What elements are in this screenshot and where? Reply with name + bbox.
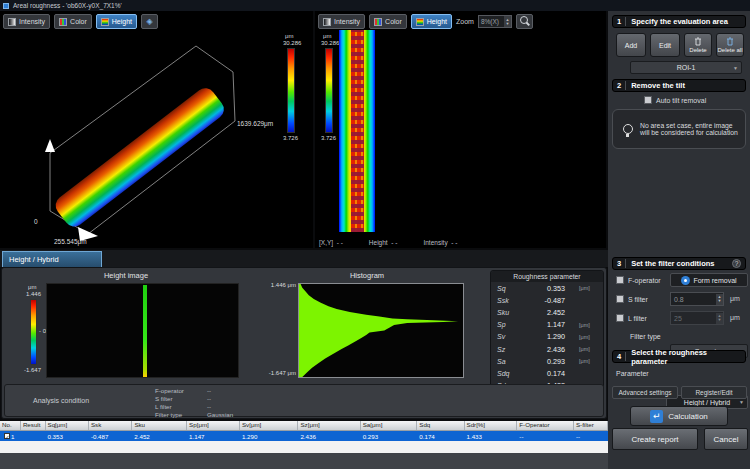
surface-3d-view[interactable]: 1639.629μm 0 255.545μm [0, 31, 280, 246]
results-table-row[interactable]: ✓10.353-0.4872.4521.1471.2902.4360.2930.… [0, 431, 608, 441]
tilt-info-box: No area set case, entire image will be c… [612, 109, 746, 149]
hi-scale-max: 1.446 [26, 291, 41, 298]
hi-scale-min: -1.647 [24, 367, 41, 374]
result-cell: 1.147 [187, 433, 240, 440]
height-image-plot[interactable] [46, 283, 239, 378]
s-filter-unit: μm [730, 295, 740, 302]
app-window: Areal roughness - 'ob60X-y0X_7X1%' Inten… [0, 0, 750, 469]
viewer-2d-panel[interactable]: Intensity Color Height Zoom 8%(X) ▲▼ μm … [315, 11, 606, 248]
column-header[interactable]: S-filter [574, 421, 608, 430]
checkbox-box [616, 314, 624, 322]
delete-roi-button[interactable]: Delete [684, 33, 712, 57]
scale3d-unit: μm [285, 33, 293, 40]
column-header[interactable]: Sq[μm] [46, 421, 89, 430]
height-button[interactable]: Height [96, 14, 137, 29]
zoom-select[interactable]: 8%(X) ▲▼ [478, 15, 512, 28]
column-header[interactable]: Sz[μm] [298, 421, 360, 430]
hi-scale-mid: - 0 [39, 328, 46, 335]
auto-tilt-removal-checkbox[interactable]: Auto tilt removal [644, 96, 706, 104]
register-edit-button[interactable]: Register/Edit [681, 386, 747, 399]
column-header[interactable]: Sdq [417, 421, 464, 430]
app-icon [3, 3, 9, 9]
result-cell: -0.487 [89, 433, 132, 440]
histogram-chart [299, 284, 463, 377]
zoom-spinner[interactable]: ▲▼ [504, 16, 511, 27]
width-axis-label: 255.545μm [54, 238, 87, 246]
height-image-sample-stripe [143, 285, 147, 377]
condition-value: -- [207, 403, 211, 410]
magnifier-icon [520, 16, 528, 24]
analysis-condition-row: L filter-- [155, 402, 233, 410]
s-filter-spinner[interactable]: ▲▼ [716, 294, 723, 305]
result-cell: 0.353 [45, 433, 88, 440]
intensity-button[interactable]: Intensity [3, 14, 50, 29]
row-checkbox[interactable]: ✓ [4, 433, 10, 439]
z-axis-arrow [45, 139, 55, 152]
edit-roi-button[interactable]: Edit [650, 33, 680, 57]
window-title: Areal roughness - 'ob60X-y0X_7X1%' [13, 2, 122, 9]
viewer-3d-panel[interactable]: Intensity Color Height ◈ [0, 11, 313, 248]
viewer-3d-toolbar: Intensity Color Height ◈ [3, 14, 158, 29]
l-filter-input[interactable]: 25 ▲▼ [670, 311, 724, 325]
column-header[interactable]: F-Operator [517, 421, 574, 430]
form-removal-button[interactable]: Form removal [670, 273, 748, 287]
chevron-down-icon: ▼ [739, 399, 744, 405]
analysis-condition-list: F-operator--S filter--L filter--Filter t… [155, 385, 233, 416]
l-filter-checkbox[interactable]: L filter [616, 314, 647, 322]
tab-height-hybrid[interactable]: Height / Hybrid [2, 251, 102, 267]
cancel-button[interactable]: Cancel [704, 428, 748, 450]
roughness-row: Sp1.147[μm] [491, 319, 603, 331]
delete-all-roi-button[interactable]: Delete all [716, 33, 744, 57]
intensity-button-2d[interactable]: Intensity [318, 14, 365, 29]
column-header[interactable]: Sa[μm] [361, 421, 418, 430]
color-button-2d[interactable]: Color [369, 14, 407, 29]
condition-name: F-operator [155, 387, 207, 394]
height-button-2d[interactable]: Height [411, 14, 452, 29]
column-header[interactable]: Result [21, 421, 46, 430]
parameter-value: -0.487 [521, 296, 565, 305]
help-icon[interactable]: ? [732, 259, 741, 268]
column-header[interactable]: Ssk [89, 421, 132, 430]
scale3d-bar [287, 48, 295, 133]
s-filter-checkbox[interactable]: S filter [616, 295, 648, 303]
create-report-button[interactable]: Create report [612, 428, 698, 450]
intensity-icon [8, 18, 16, 26]
parameter-unit: [μm] [579, 334, 590, 340]
parameter-unit: [μm] [579, 285, 590, 291]
parameter-value: 0.174 [521, 369, 565, 378]
parameter-name: Sdq [497, 370, 521, 377]
advanced-settings-button[interactable]: Advanced settings [612, 386, 678, 399]
result-cell: ✓1 [0, 433, 21, 440]
column-header[interactable]: No. [0, 421, 21, 430]
f-operator-checkbox[interactable]: F-operator [616, 276, 661, 284]
histogram-plot[interactable] [298, 283, 464, 378]
parameter-name: Sq [497, 285, 521, 292]
roughness-parameter-box: Roughness parameter Sq0.353[μm]Ssk-0.487… [490, 270, 604, 402]
column-header[interactable]: Sp[μm] [187, 421, 240, 430]
view-3d-button[interactable]: ◈ [141, 14, 158, 29]
parameter-value: 2.452 [521, 308, 565, 317]
column-header[interactable]: Sv[μm] [240, 421, 298, 430]
color-icon [374, 18, 382, 26]
color-button[interactable]: Color [54, 14, 92, 29]
intensity-icon [323, 18, 331, 26]
column-header[interactable]: Sku [132, 421, 187, 430]
analysis-condition-row: Filter typeGaussian [155, 410, 233, 418]
l-filter-spinner[interactable]: ▲▼ [716, 313, 723, 324]
scale3d-max: 30.286 [283, 40, 301, 47]
roi-select[interactable]: ROI-1 ▼ [630, 61, 742, 74]
parameter-name: Sa [497, 358, 521, 365]
result-cell: 2.436 [298, 433, 360, 440]
parameter-value: 2.436 [521, 345, 565, 354]
magnifier-button[interactable] [516, 14, 533, 29]
add-roi-button[interactable]: Add [616, 33, 646, 57]
chevron-down-icon: ▼ [733, 65, 738, 71]
calculation-icon: ↵ [650, 410, 663, 423]
parameter-unit: [μm] [579, 358, 590, 364]
calculation-button[interactable]: ↵ Calculation [630, 406, 728, 426]
parameter-name: Sz [497, 346, 521, 353]
s-filter-input[interactable]: 0.8 ▲▼ [670, 292, 724, 306]
result-cell: 0.174 [417, 433, 464, 440]
column-header[interactable]: Sdr[%] [465, 421, 518, 430]
scale2d-bar [325, 48, 333, 133]
